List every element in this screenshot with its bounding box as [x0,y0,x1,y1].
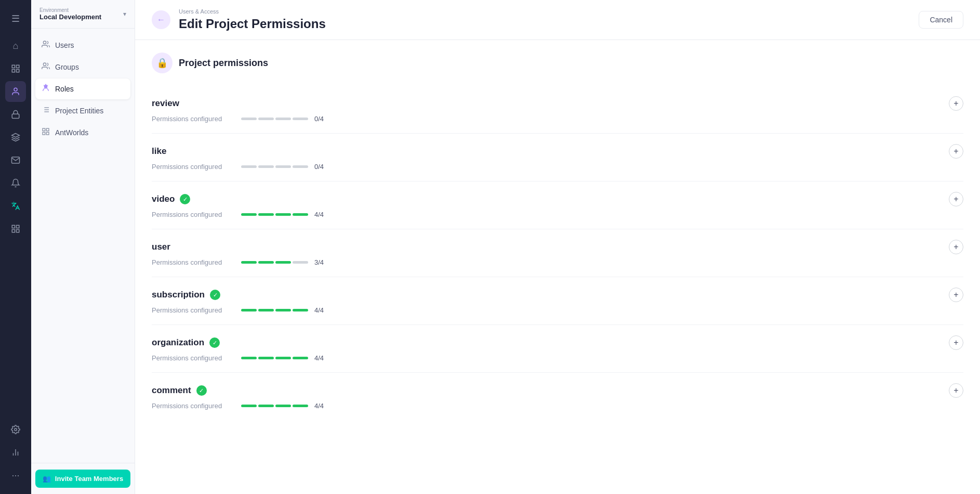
menu-icon[interactable]: ☰ [5,8,26,29]
perm-progress: Permissions configured 4/4 [152,354,963,362]
svg-point-11 [15,428,17,431]
grid-icon[interactable] [5,218,26,239]
home-icon[interactable]: ⌂ [5,35,26,56]
sidebar-item-roles[interactable]: Roles [35,79,130,99]
svg-point-16 [43,63,46,66]
add-permission-button[interactable]: + [949,240,963,254]
content-area: 🔒 Project permissions review + Permissio… [135,40,980,494]
progress-bar [241,261,308,264]
perm-count: 4/4 [314,211,324,218]
perm-configured-label: Permissions configured [152,115,235,123]
add-permission-button[interactable]: + [949,288,963,302]
perm-name-row: user [152,242,170,252]
progress-bar [241,357,308,359]
sidebar-item-antworlds[interactable]: AntWorlds [35,122,130,143]
list-icon[interactable] [5,58,26,79]
sidebar-item-users[interactable]: Users [35,35,130,56]
back-button[interactable]: ← [152,10,170,29]
person-icon[interactable] [5,81,26,102]
svg-marker-6 [12,134,20,138]
svg-rect-0 [12,65,15,68]
environment-selector[interactable]: Environment Local Development ▾ [31,0,135,29]
mail-icon[interactable] [5,150,26,171]
svg-rect-26 [46,128,49,131]
stack-icon[interactable] [5,127,26,148]
bell-icon[interactable] [5,173,26,193]
perm-name-row: like [152,146,166,157]
progress-segment [275,213,291,216]
perm-name: comment [152,385,191,396]
permission-item: comment ✓ + Permissions configured 4/4 [152,373,963,420]
translate-icon[interactable] [5,196,26,216]
perm-name: organization [152,337,204,348]
svg-rect-8 [17,225,19,228]
progress-segment [293,261,308,264]
add-permission-button[interactable]: + [949,383,963,398]
progress-segment [293,357,308,359]
perm-item-header: organization ✓ + [152,335,963,350]
more-icon[interactable]: ··· [5,465,26,486]
perm-name-row: subscription ✓ [152,290,220,300]
perm-count: 4/4 [314,354,324,362]
sidebar-item-project-entities[interactable]: Project Entities [35,100,130,121]
svg-point-4 [14,88,17,91]
groups-icon [42,62,50,72]
sidebar-item-label: Roles [55,85,74,93]
progress-segment [275,165,291,168]
progress-segment [258,405,274,407]
cancel-button[interactable]: Cancel [919,11,963,29]
perm-name: video [152,194,175,204]
svg-point-15 [43,41,46,44]
add-permission-button[interactable]: + [949,192,963,206]
section-icon: 🔒 [152,53,173,73]
svg-rect-5 [12,114,19,118]
progress-segment [275,357,291,359]
svg-rect-2 [12,70,15,72]
perm-item-header: comment ✓ + [152,383,963,398]
perm-name-row: comment ✓ [152,385,207,396]
analytics-icon[interactable] [5,442,26,463]
antworlds-icon [42,127,50,138]
svg-rect-10 [17,230,19,232]
perm-configured-label: Permissions configured [152,211,235,218]
lock-icon[interactable] [5,104,26,125]
perm-count: 0/4 [314,115,324,123]
permission-item: subscription ✓ + Permissions configured … [152,277,963,325]
perm-count: 3/4 [314,258,324,266]
perm-progress: Permissions configured 4/4 [152,211,963,218]
progress-segment [258,261,274,264]
perm-item-header: review + [152,96,963,111]
perm-item-header: video ✓ + [152,192,963,206]
progress-segment [293,213,308,216]
sidebar-nav: Users Groups Roles Project Entities AntW… [31,29,135,463]
perm-item-header: subscription ✓ + [152,288,963,302]
progress-segment [241,261,257,264]
sidebar-item-label: Project Entities [55,107,103,115]
settings-icon[interactable] [5,419,26,440]
add-permission-button[interactable]: + [949,144,963,159]
perm-configured-label: Permissions configured [152,258,235,266]
perm-count: 0/4 [314,163,324,171]
back-arrow-icon: ← [157,15,165,24]
svg-rect-7 [12,225,15,228]
progress-segment [293,118,308,120]
progress-bar [241,405,308,407]
add-permission-button[interactable]: + [949,335,963,350]
project-entities-icon [42,106,50,116]
sidebar-item-label: Groups [55,63,79,71]
svg-rect-27 [43,132,45,135]
perm-progress: Permissions configured 4/4 [152,402,963,410]
header-text: Users & Access Edit Project Permissions [179,8,326,31]
roles-icon [42,84,50,94]
environment-label: Environment [39,7,101,13]
sidebar-item-groups[interactable]: Groups [35,57,130,77]
invite-label: Invite Team Members [55,475,123,483]
invite-team-members-button[interactable]: 👥 Invite Team Members [35,470,130,488]
progress-segment [275,309,291,311]
add-permission-button[interactable]: + [949,96,963,111]
perm-progress: Permissions configured 3/4 [152,258,963,266]
check-icon: ✓ [210,290,220,300]
invite-icon: 👥 [43,475,51,483]
progress-segment [258,309,274,311]
perm-name-row: video ✓ [152,194,190,204]
